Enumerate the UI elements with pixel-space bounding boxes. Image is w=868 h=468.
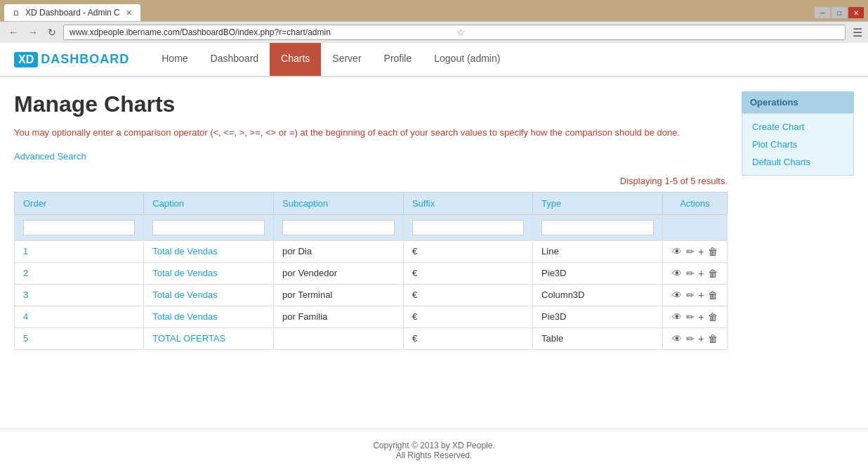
address-bar-row: ← → ↻ www.xdpeople.ibername.com/Dashboar…	[0, 21, 868, 43]
edit-icon-0[interactable]: ✏	[686, 246, 695, 257]
sidebar-links: Create Chart Plot Charts Default Charts	[742, 113, 854, 176]
filter-type[interactable]	[541, 220, 654, 235]
nav-home[interactable]: Home	[150, 43, 199, 76]
view-icon-4[interactable]: 👁	[672, 333, 682, 344]
filter-subcaption[interactable]	[282, 220, 395, 235]
filter-caption[interactable]	[152, 220, 265, 235]
logo-xd: XD	[14, 52, 38, 67]
cell-type-3: Pie3D	[533, 306, 663, 327]
cell-subcaption-2: por Terminal	[274, 284, 404, 306]
cell-type-2: Column3D	[533, 284, 663, 306]
main-nav: Home Dashboard Charts Server Profile Log…	[150, 43, 511, 76]
delete-icon-0[interactable]: 🗑	[708, 246, 718, 257]
maximize-button[interactable]: □	[831, 7, 847, 18]
address-box[interactable]: www.xdpeople.ibername.com/DashboardBO/in…	[63, 25, 846, 40]
close-window-button[interactable]: ✕	[848, 7, 864, 18]
url-text: www.xdpeople.ibername.com/DashboardBO/in…	[70, 27, 452, 37]
table-row: 1 Total de Vendas por Dia € Line 👁 ✏ + 🗑	[15, 240, 728, 262]
delete-icon-2[interactable]: 🗑	[708, 290, 718, 301]
footer: Copyright © 2013 by XD People. All Right…	[0, 429, 868, 468]
delete-icon-3[interactable]: 🗑	[708, 311, 718, 323]
nav-server[interactable]: Server	[321, 43, 372, 76]
add-icon-4[interactable]: +	[698, 333, 704, 344]
tab-close-button[interactable]: ✕	[126, 8, 132, 18]
delete-icon-1[interactable]: 🗑	[708, 268, 718, 279]
cell-subcaption-0: por Dia	[274, 240, 404, 262]
forward-button[interactable]: →	[25, 25, 41, 39]
filter-row	[15, 214, 728, 240]
edit-icon-4[interactable]: ✏	[686, 333, 695, 344]
view-icon-2[interactable]: 👁	[672, 290, 682, 301]
bookmark-icon[interactable]: ☆	[456, 27, 839, 38]
edit-icon-3[interactable]: ✏	[686, 311, 695, 323]
table-row: 5 TOTAL OFERTAS € Table 👁 ✏ + 🗑	[15, 327, 728, 349]
cell-type-1: Pie3D	[533, 262, 663, 284]
cell-caption-0: Total de Vendas	[144, 240, 274, 262]
view-icon-3[interactable]: 👁	[672, 311, 682, 323]
add-icon-3[interactable]: +	[698, 311, 704, 323]
description: You may optionally enter a comparison op…	[14, 126, 728, 140]
table-body: 1 Total de Vendas por Dia € Line 👁 ✏ + 🗑…	[15, 240, 728, 349]
logo: XD DASHBOARD	[14, 45, 129, 74]
cell-type-0: Line	[533, 240, 663, 262]
cell-suffix-0: €	[403, 240, 532, 262]
cell-caption-3: Total de Vendas	[144, 306, 274, 327]
advanced-search-link[interactable]: Advanced Search	[14, 151, 86, 162]
table-row: 3 Total de Vendas por Terminal € Column3…	[15, 284, 728, 306]
cell-order-3: 4	[15, 306, 144, 327]
cell-suffix-2: €	[403, 284, 532, 306]
table-row: 2 Total de Vendas por Vendedor € Pie3D 👁…	[15, 262, 728, 284]
cell-order-0: 1	[15, 240, 144, 262]
edit-icon-2[interactable]: ✏	[686, 290, 695, 301]
nav-profile[interactable]: Profile	[373, 43, 423, 76]
col-actions: Actions	[662, 192, 727, 214]
delete-icon-4[interactable]: 🗑	[708, 333, 718, 344]
cell-subcaption-4	[274, 327, 404, 349]
filter-suffix[interactable]	[412, 220, 524, 235]
nav-logout[interactable]: Logout (admin)	[423, 43, 511, 76]
add-icon-0[interactable]: +	[698, 246, 704, 257]
page-title: Manage Charts	[14, 91, 728, 117]
col-subcaption: Subcaption	[274, 192, 404, 214]
content-area: Manage Charts You may optionally enter a…	[14, 91, 728, 401]
view-icon-1[interactable]: 👁	[672, 268, 682, 279]
cell-type-4: Table	[533, 327, 663, 349]
cell-actions-2: 👁 ✏ + 🗑	[662, 284, 727, 306]
sidebar-plot-charts[interactable]: Plot Charts	[742, 136, 853, 153]
menu-icon[interactable]: ☰	[853, 26, 862, 39]
col-order: Order	[15, 192, 144, 214]
sidebar-section-title: Operations	[742, 91, 854, 113]
col-suffix: Suffix	[403, 192, 532, 214]
nav-charts[interactable]: Charts	[270, 43, 321, 76]
add-icon-2[interactable]: +	[698, 290, 704, 301]
nav-dashboard[interactable]: Dashboard	[199, 43, 270, 76]
sidebar: Operations Create Chart Plot Charts Defa…	[742, 91, 854, 401]
cell-actions-3: 👁 ✏ + 🗑	[662, 306, 727, 327]
results-info: Displaying 1-5 of 5 results.	[14, 176, 728, 186]
view-icon-0[interactable]: 👁	[672, 246, 682, 257]
sidebar-create-chart[interactable]: Create Chart	[742, 118, 853, 136]
window-controls: ─ □ ✕	[815, 7, 864, 18]
reload-button[interactable]: ↻	[45, 25, 59, 39]
cell-order-2: 3	[15, 284, 144, 306]
footer-line1: Copyright © 2013 by XD People.	[11, 441, 857, 450]
sidebar-default-charts[interactable]: Default Charts	[742, 153, 853, 171]
cell-caption-2: Total de Vendas	[144, 284, 274, 306]
col-caption: Caption	[144, 192, 274, 214]
logo-text: DASHBOARD	[41, 52, 129, 67]
toolbar-icons: ☰	[853, 26, 862, 39]
table-row: 4 Total de Vendas por Familia € Pie3D 👁 …	[15, 306, 728, 327]
cell-suffix-3: €	[403, 306, 532, 327]
edit-icon-1[interactable]: ✏	[686, 268, 695, 279]
browser-tab[interactable]: 🗋 XD Dashboard - Admin C ✕	[4, 4, 140, 21]
cell-caption-4: TOTAL OFERTAS	[144, 327, 274, 349]
add-icon-1[interactable]: +	[698, 268, 704, 279]
minimize-button[interactable]: ─	[815, 7, 830, 18]
back-button[interactable]: ←	[6, 25, 21, 39]
tab-favicon: 🗋	[13, 9, 20, 17]
cell-actions-4: 👁 ✏ + 🗑	[662, 327, 727, 349]
cell-order-4: 5	[15, 327, 144, 349]
col-type: Type	[533, 192, 663, 214]
filter-order[interactable]	[23, 220, 135, 235]
data-table: Order Caption Subcaption Suffix Type Act…	[14, 192, 728, 350]
